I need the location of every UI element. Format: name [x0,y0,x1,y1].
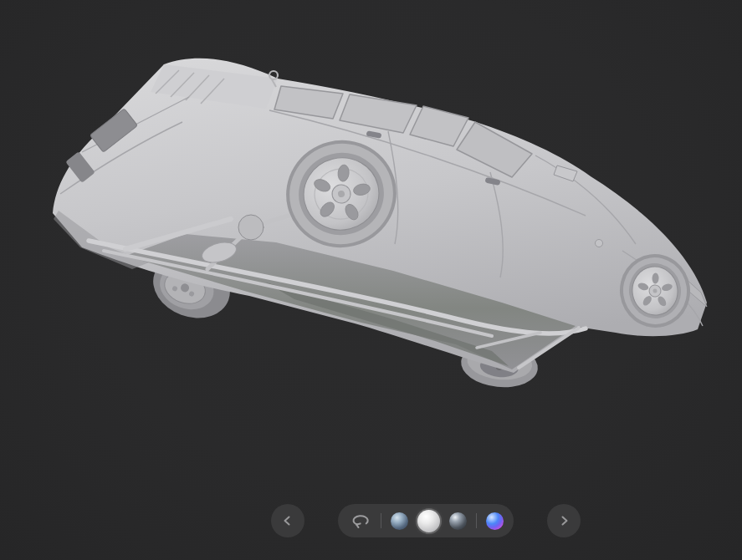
previous-model-button[interactable] [271,504,304,537]
chevron-left-icon [281,514,294,527]
chevron-right-icon [557,514,571,527]
matcap-color-gradient-button[interactable] [486,512,504,530]
material-toolbar [338,504,514,537]
orbit-rotate-icon [350,513,370,528]
matcap-dark-metal-button[interactable] [449,512,467,530]
model-viewport[interactable] [0,0,742,560]
toolbar-divider [476,513,477,528]
matcap-gray-clay-button[interactable] [417,510,440,532]
viewer-root: { "scene": { "background_color": "#2a2a2… [0,0,742,560]
fuel-cap [596,240,603,247]
bottom-toolbar [271,504,581,537]
orbit-rotate-button[interactable] [348,512,371,530]
matcap-blue-clay-button[interactable] [391,512,408,530]
toolbar-divider [381,513,381,528]
car-3d-model [0,0,742,560]
next-model-button[interactable] [547,504,581,537]
